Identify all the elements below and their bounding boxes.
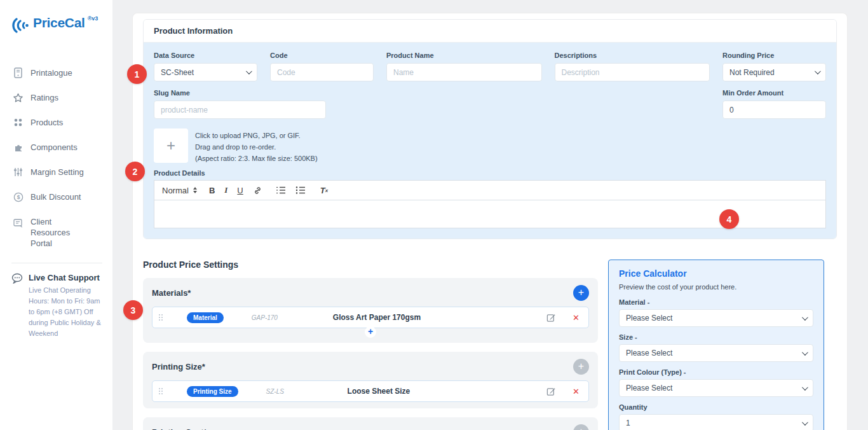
sliders-icon (13, 167, 24, 177)
rounding-price-value: Not Required (729, 68, 775, 77)
sidebar-item-client-resources-portal[interactable]: Client Resources Portal (11, 212, 105, 253)
price-calculator-panel: Price Calculator Preview the cost of you… (608, 260, 824, 430)
sidebar-item-printalogue[interactable]: Printalogue (11, 64, 105, 82)
live-chat-support: Live Chat Support Live Chat Operating Ho… (11, 272, 105, 339)
delete-material-button[interactable]: ✕ (573, 313, 580, 322)
italic-button[interactable]: I (224, 185, 227, 195)
logo-waves-icon (11, 15, 31, 38)
sidebar-item-bulk-discount[interactable]: $ Bulk Discount (11, 188, 105, 206)
add-material-button[interactable]: + (573, 285, 589, 301)
code-label: Code (270, 52, 374, 59)
image-upload-dropzone[interactable]: + (154, 128, 188, 163)
bold-button[interactable]: B (209, 186, 215, 195)
section-title: Printing Cost* (152, 427, 207, 430)
annotation-badge-1: 1 (127, 64, 147, 84)
clean-x: x (325, 188, 328, 193)
price-calculator-title: Price Calculator (619, 268, 813, 279)
format-value: Normal (162, 186, 189, 195)
printing-size-name: Loose Sheet Size (348, 387, 547, 396)
sidebar-menu: Printalogue Ratings Products Components (11, 64, 105, 253)
main-content: Product Information Data Source SC-Sheet… (112, 0, 868, 430)
calc-size-value: Please Select (626, 349, 672, 357)
pencil-square-icon (546, 387, 556, 396)
rounding-price-select[interactable]: Not Required (722, 63, 826, 81)
section-title: Materials* (152, 288, 191, 298)
calc-quantity-value: 1 (626, 419, 630, 427)
product-name-input[interactable] (386, 63, 542, 81)
page-card: Product Information Data Source SC-Sheet… (132, 13, 848, 430)
product-price-settings: Product Price Settings Materials* + Mate… (143, 251, 598, 430)
clean-t: T (320, 186, 325, 195)
data-source-value: SC-Sheet (161, 68, 194, 77)
add-printing-cost-button[interactable]: + (573, 424, 589, 430)
sidebar-item-label: Margin Setting (31, 167, 84, 177)
edit-material-button[interactable] (546, 313, 556, 322)
sidebar-item-ratings[interactable]: Ratings (11, 88, 105, 107)
data-source-label: Data Source (154, 52, 257, 59)
add-material-inline-button[interactable]: + (365, 326, 376, 338)
bullet-list-button[interactable] (295, 186, 306, 195)
sidebar-item-label: Client Resources Portal (31, 216, 92, 249)
min-order-amount-label: Min Order Amount (722, 89, 826, 97)
calc-print-colour-label: Print Colour (Type) - (619, 368, 813, 376)
calc-size-select[interactable]: Please Select (619, 344, 813, 362)
chevron-down-icon (246, 68, 252, 74)
section-printing-cost: Printing Cost* + Printing Cost BP-PRINT … (143, 417, 598, 430)
material-name: Gloss Art Paper 170gsm (333, 313, 546, 322)
material-badge: Material (187, 312, 224, 323)
link-icon (253, 186, 262, 195)
slug-name-input[interactable] (154, 101, 326, 119)
sidebar-item-label: Bulk Discount (31, 192, 81, 202)
chevron-down-icon (815, 68, 821, 74)
price-calculator-subtitle: Preview the cost of your product here. (619, 282, 813, 292)
calc-quantity-select[interactable]: 1 (619, 414, 813, 430)
underline-button[interactable]: U (237, 186, 243, 195)
product-details-label: Product Details (154, 169, 826, 177)
calc-quantity-label: Quantity (619, 403, 813, 411)
add-printing-size-button[interactable]: + (573, 359, 589, 375)
delete-printing-size-button[interactable]: ✕ (573, 387, 580, 396)
sidebar-item-components[interactable]: Components (11, 138, 105, 156)
data-source-select[interactable]: SC-Sheet (154, 63, 257, 81)
section-materials: Materials* + Material GAP-170 Gloss Art … (143, 278, 598, 343)
annotation-badge-4: 4 (719, 209, 739, 229)
svg-text:$: $ (17, 194, 20, 200)
clear-formatting-button[interactable]: Tx (320, 186, 328, 195)
code-input[interactable] (270, 63, 374, 81)
sidebar-divider (11, 263, 102, 263)
annotation-badge-2: 2 (125, 162, 145, 181)
printing-size-badge: Printing Size (187, 386, 238, 397)
updown-chevrons-icon (193, 187, 197, 193)
printalogue-icon (13, 67, 24, 78)
edit-printing-size-button[interactable] (546, 387, 556, 396)
min-order-amount-input[interactable] (722, 101, 826, 119)
calc-size-label: Size - (619, 333, 813, 341)
sidebar-item-margin-setting[interactable]: Margin Setting (11, 163, 105, 181)
chevron-down-icon (802, 419, 808, 426)
calc-print-colour-select[interactable]: Please Select (619, 379, 813, 397)
chevron-down-icon (802, 314, 808, 321)
product-information-title: Product Information (144, 20, 836, 43)
product-name-label: Product Name (386, 52, 542, 59)
chat-bubble-icon (11, 273, 24, 286)
chevron-down-icon (802, 384, 808, 391)
printing-size-row: Printing Size SZ-LS Loose Sheet Size ✕ (152, 380, 589, 402)
drag-handle-icon[interactable] (159, 388, 163, 394)
descriptions-input[interactable] (555, 63, 710, 81)
calc-material-label: Material - (619, 298, 813, 306)
drag-handle-icon[interactable] (159, 314, 163, 321)
ordered-list-button[interactable] (276, 186, 286, 195)
brand-logo: PriceCal ®v3 (11, 15, 105, 38)
bullet-list-icon (295, 186, 306, 195)
ordered-list-icon (276, 186, 286, 195)
pencil-square-icon (546, 313, 556, 322)
material-row: Material GAP-170 Gloss Art Paper 170gsm … (152, 307, 589, 328)
sidebar-item-products[interactable]: Products (11, 113, 105, 132)
printing-size-code: SZ-LS (266, 388, 311, 395)
sidebar-item-label: Components (31, 142, 78, 152)
resources-icon (13, 218, 24, 229)
calc-print-colour-value: Please Select (626, 384, 672, 392)
link-button[interactable] (253, 186, 262, 195)
format-dropdown[interactable]: Normal (162, 186, 197, 195)
calc-material-select[interactable]: Please Select (619, 309, 813, 327)
